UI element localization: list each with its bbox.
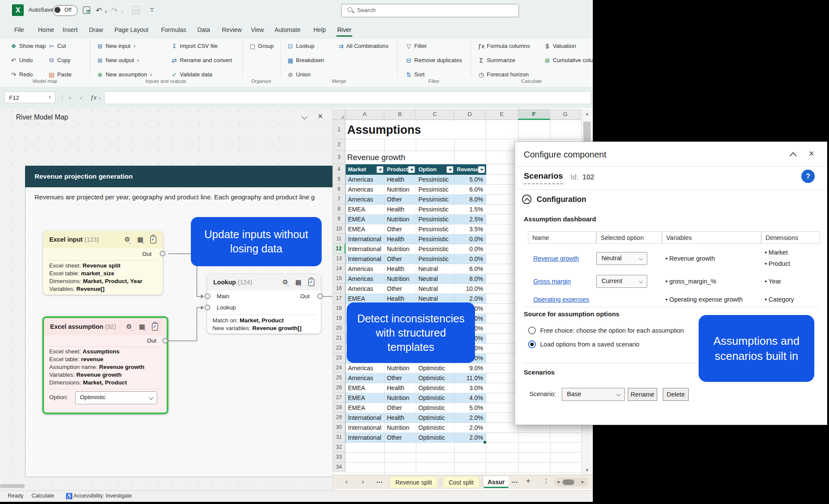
row-header-28[interactable]: 28 (333, 403, 345, 413)
formula-input[interactable] (104, 91, 591, 104)
option-select[interactable]: Optimistic (75, 391, 157, 404)
column-header-C[interactable]: C (416, 109, 454, 120)
table-cell[interactable]: Optimistic (416, 433, 455, 443)
cell-subtitle[interactable]: Revenue growth (347, 152, 440, 163)
ribbon-button-valuation[interactable]: $ Valuation (543, 42, 576, 52)
filter-button-icon[interactable] (446, 166, 453, 173)
sheet-nav-prev-icon[interactable]: ‹ (345, 478, 348, 485)
select-all-corner[interactable] (333, 109, 345, 120)
sheet-nav-more-icon[interactable]: ••• (377, 479, 383, 485)
row-header-32[interactable]: 32 (333, 442, 345, 452)
table-cell[interactable]: 11.0% (455, 373, 486, 383)
table-cell[interactable]: Pessimistic (416, 254, 455, 264)
table-cell[interactable]: Pessimistic (416, 214, 455, 224)
ribbon-button-breakdown[interactable]: ▦ Breakdown (286, 57, 324, 66)
row-header-5[interactable]: 5 (333, 174, 345, 184)
ribbon-button-lookup[interactable]: ⊡ Lookup (286, 42, 314, 52)
table-cell[interactable]: Nutrition (385, 214, 416, 224)
ribbon-button-show-map[interactable]: ❖ Show map (9, 42, 46, 52)
scroll-left-icon[interactable]: ◂ (557, 479, 560, 485)
table-cell[interactable]: International (346, 254, 385, 264)
pane-hscrollbar[interactable] (0, 484, 25, 488)
table-cell[interactable]: Pessimistic (416, 234, 455, 244)
radio-unselected[interactable] (528, 327, 536, 334)
component-name[interactable]: Scenarios (524, 171, 563, 184)
tab-scrollbar[interactable]: ◂▸ (554, 478, 588, 487)
table-cell[interactable]: Other (385, 433, 416, 443)
table-cell[interactable]: Nutrition (385, 274, 416, 284)
table-cell[interactable]: Optimistic (416, 363, 455, 373)
row-header-29[interactable]: 29 (333, 413, 345, 422)
table-cell[interactable]: 10.0% (455, 284, 486, 294)
row-header-22[interactable]: 22 (333, 343, 345, 353)
table-cell[interactable]: Health (385, 264, 416, 274)
table-cell[interactable]: Optimistic (416, 403, 455, 413)
search-input[interactable]: Search (341, 4, 519, 17)
table-cell[interactable]: International (346, 244, 385, 254)
table-cell[interactable]: Americas (346, 284, 385, 294)
out-port[interactable] (317, 293, 323, 299)
dialog-close-icon[interactable]: × (809, 148, 814, 159)
paste-special-icon[interactable]: 123 (132, 6, 140, 14)
ribbon-button-rename-and-convert[interactable]: ⇄ Rename and convert (170, 57, 232, 66)
tab-overflow-icon[interactable]: ••• (512, 479, 518, 485)
table-cell[interactable]: 8.0% (455, 195, 486, 205)
table-cell[interactable]: 2.0% (455, 433, 486, 443)
row-header-17[interactable]: 17 (333, 293, 345, 303)
ribbon-button-copy[interactable]: ⧉ Copy (47, 57, 70, 66)
scroll-down-icon[interactable]: ▼ (585, 468, 589, 472)
table-cell[interactable]: 2.5% (455, 214, 486, 224)
table-cell[interactable]: Health (385, 234, 416, 244)
table-cell[interactable]: Neutral (416, 264, 455, 274)
table-cell[interactable]: EMEA (346, 403, 385, 413)
table-cell[interactable]: 6.0% (455, 264, 486, 274)
tab-formulas[interactable]: Formulas (161, 26, 186, 33)
clipboard-icon[interactable]: ✓ (150, 236, 156, 243)
row-header-18[interactable]: 18 (333, 303, 345, 313)
row-header-12[interactable]: 12 (333, 244, 345, 254)
section-collapse-icon[interactable] (522, 195, 532, 204)
table-cell[interactable]: Nutrition (385, 244, 416, 254)
table-cell[interactable]: Optimistic (416, 413, 455, 423)
table-cell[interactable]: International (346, 433, 385, 443)
table-cell[interactable]: Pessimistic (416, 175, 455, 185)
ribbon-button-group[interactable]: ▢ Group (248, 42, 274, 52)
table-cell[interactable]: 3.5% (455, 224, 486, 234)
row-header-11[interactable]: 11 (333, 234, 345, 244)
table-icon[interactable]: ▦→ (295, 274, 301, 290)
selected-option-dropdown[interactable]: Neutral (596, 252, 647, 265)
table-cell[interactable]: 3.0% (455, 383, 486, 393)
row-header-20[interactable]: 20 (333, 323, 345, 333)
table-cell[interactable]: Other (385, 284, 416, 294)
row-header-16[interactable]: 16 (333, 284, 345, 293)
tab-draw[interactable]: Draw (89, 26, 103, 33)
pane-close-icon[interactable]: × (318, 111, 323, 121)
table-cell[interactable]: EMEA (346, 393, 385, 403)
tab-insert[interactable]: Insert (63, 26, 78, 33)
row-header-1[interactable]: 1 (333, 120, 345, 139)
table-cell[interactable]: 4.0% (455, 393, 486, 403)
row-header-31[interactable]: 31 (333, 432, 345, 442)
table-cell[interactable]: 0.0% (455, 254, 486, 264)
table-cell[interactable]: Other (385, 254, 416, 264)
table-cell[interactable]: Pessimistic (416, 195, 455, 205)
table-cell[interactable]: 8.0% (455, 274, 486, 284)
row-header-10[interactable]: 10 (333, 224, 345, 234)
table-cell[interactable]: Nutrition (385, 423, 416, 433)
tab-view[interactable]: View (251, 26, 264, 33)
gear-icon[interactable]: ⚙→ (126, 318, 132, 335)
column-header-D[interactable]: D (454, 109, 486, 120)
table-cell[interactable]: Pessimistic (416, 185, 455, 195)
status-accessibility[interactable]: Accessibility: Investigate (73, 493, 132, 499)
table-cell[interactable]: Pessimistic (416, 205, 455, 214)
ribbon-button-new-assumption[interactable]: ⊕ New assumption∨ (96, 71, 152, 80)
dialog-collapse-icon[interactable] (790, 152, 797, 160)
table-cell[interactable]: EMEA (346, 383, 385, 393)
ribbon-button-cut[interactable]: ✂ Cut (47, 42, 66, 52)
table-cell[interactable]: Other (385, 224, 416, 234)
selected-option-dropdown[interactable]: Current (596, 275, 647, 288)
row-header-30[interactable]: 30 (333, 422, 345, 432)
gear-icon[interactable]: ⚙→ (282, 274, 288, 290)
undo-icon[interactable]: ↶ (96, 6, 102, 15)
table-cell[interactable]: 9.0% (455, 363, 486, 373)
